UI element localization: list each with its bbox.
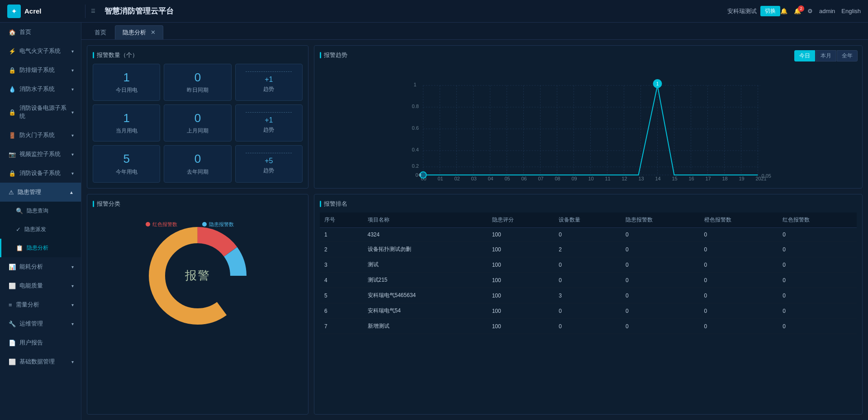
svg-text:0.8: 0.8 bbox=[412, 104, 419, 109]
cell-devices-2: 0 bbox=[554, 257, 621, 273]
cell-score-5: 100 bbox=[488, 303, 555, 319]
sidebar-item-12[interactable]: 📊能耗分析▾ bbox=[0, 257, 81, 276]
menu-icon[interactable]: ☰ bbox=[91, 8, 95, 14]
sidebar-item-13[interactable]: ⬜电能质量▾ bbox=[0, 276, 81, 295]
cell-orange-2: 0 bbox=[700, 257, 778, 273]
stat-number-1: 0 bbox=[194, 71, 201, 85]
cell-id-1: 2 bbox=[320, 242, 363, 257]
svg-text:0.05: 0.05 bbox=[762, 173, 771, 179]
sidebar-item-8[interactable]: ⚠隐患管理▲ bbox=[0, 183, 81, 202]
sidebar-item-11[interactable]: 📋隐患分析 bbox=[0, 239, 81, 257]
cell-red-1: 0 bbox=[778, 242, 857, 257]
donut-container: 报警 红色报警数 隐患报警数 bbox=[93, 212, 303, 330]
tab-analysis[interactable]: 隐患分析 ✕ bbox=[115, 25, 163, 39]
cell-hidden-4: 0 bbox=[621, 288, 700, 303]
cell-devices-6: 0 bbox=[554, 319, 621, 334]
svg-text:0.2: 0.2 bbox=[412, 163, 419, 169]
cell-id-2: 3 bbox=[320, 257, 363, 273]
notification-bell[interactable]: 🔔 2 bbox=[794, 8, 801, 14]
cell-score-2: 100 bbox=[488, 257, 555, 273]
sidebar-label-9: 隐患查询 bbox=[27, 207, 48, 215]
table-row-2[interactable]: 3 测试 100 0 0 0 0 bbox=[320, 257, 857, 273]
cell-devices-5: 0 bbox=[554, 303, 621, 319]
stat-label-7: 去年同期 bbox=[187, 168, 209, 176]
chart-btn-month[interactable]: 本月 bbox=[816, 50, 836, 61]
sidebar-item-16[interactable]: 📄用户报告 bbox=[0, 333, 81, 352]
svg-text:09: 09 bbox=[572, 176, 577, 181]
sidebar-item-10[interactable]: ✓隐患派发 bbox=[0, 220, 81, 239]
svg-text:20: 20 bbox=[756, 176, 761, 181]
cell-devices-3: 0 bbox=[554, 273, 621, 288]
svg-text:0.6: 0.6 bbox=[412, 125, 419, 131]
alarm-classification-panel: 报警分类 报警 bbox=[87, 194, 308, 415]
settings-icon[interactable]: ⚙ bbox=[807, 8, 813, 14]
svg-text:0: 0 bbox=[416, 172, 418, 178]
sidebar-item-14[interactable]: ≡需量分析▾ bbox=[0, 295, 81, 314]
svg-text:10: 10 bbox=[588, 176, 594, 181]
sidebar-item-5[interactable]: 🚪防火门子系统▾ bbox=[0, 126, 81, 145]
sidebar-item-9[interactable]: 🔍隐患查询 bbox=[0, 202, 81, 220]
table-row-0[interactable]: 1 4324 100 0 0 0 0 bbox=[320, 228, 857, 242]
sidebar-item-3[interactable]: 💧消防水子系统▾ bbox=[0, 80, 81, 99]
sidebar-label-15: 运维管理 bbox=[19, 320, 43, 328]
cell-red-2: 0 bbox=[778, 257, 857, 273]
sidebar-arrow-15: ▾ bbox=[71, 321, 74, 326]
sidebar-item-1[interactable]: ⚡电气火灾子系统▾ bbox=[0, 42, 81, 61]
trend-chart: .grid-line { stroke: #1e3555; stroke-wid… bbox=[320, 73, 857, 181]
sidebar-icon-9: 🔍 bbox=[16, 208, 23, 214]
sidebar-label-2: 防排烟子系统 bbox=[19, 66, 55, 74]
stat-card-4: 0 上月同期 bbox=[164, 104, 231, 142]
sidebar-item-2[interactable]: 🔒防排烟子系统▾ bbox=[0, 61, 81, 80]
close-tab-icon[interactable]: ✕ bbox=[151, 29, 156, 36]
table-row-1[interactable]: 2 设备拓扑测试勿删 100 2 0 0 0 bbox=[320, 242, 857, 257]
lang-label[interactable]: English bbox=[841, 8, 861, 14]
alarm-trend-panel: 报警趋势 今日 本月 全年 .grid-line { stroke: #1e35… bbox=[314, 45, 863, 189]
svg-text:03: 03 bbox=[471, 176, 477, 181]
speaker-icon[interactable]: 🔔 bbox=[780, 8, 787, 14]
svg-text:18: 18 bbox=[722, 176, 728, 181]
sidebar-icon-15: 🔧 bbox=[9, 321, 16, 327]
admin-label: admin bbox=[819, 8, 835, 14]
tab-home[interactable]: 首页 bbox=[87, 25, 114, 39]
chart-btn-today[interactable]: 今日 bbox=[794, 50, 815, 61]
ranking-table: 序号 项目名称 隐患评分 设备数量 隐患报警数 橙色报警数 红色报警数 1 43… bbox=[320, 212, 857, 334]
sidebar-arrow-5: ▾ bbox=[71, 133, 74, 138]
sidebar-item-4[interactable]: 🔒消防设备电源子系统▾ bbox=[0, 99, 81, 126]
sidebar-item-0[interactable]: 🏠首页 bbox=[0, 23, 81, 42]
stat-card-6: 5 今年用电 bbox=[93, 145, 160, 182]
cell-orange-5: 0 bbox=[700, 303, 778, 319]
sidebar-arrow-8: ▲ bbox=[69, 190, 74, 195]
trend-value-2: +1 bbox=[265, 76, 273, 84]
sidebar-label-10: 隐患派发 bbox=[24, 226, 46, 233]
sidebar-item-7[interactable]: 🔒消防设备子系统▾ bbox=[0, 164, 81, 183]
stat-label-6: 今年用电 bbox=[116, 168, 138, 176]
cell-name-1: 设备拓扑测试勿删 bbox=[363, 242, 488, 257]
sidebar-item-17[interactable]: ⬜基础数据管理▾ bbox=[0, 352, 81, 371]
trend-label-2: 趋势 bbox=[263, 85, 274, 93]
cell-name-4: 安科瑞电气5465634 bbox=[363, 288, 488, 303]
cell-score-0: 100 bbox=[488, 228, 555, 242]
sidebar-item-6[interactable]: 📷视频监控子系统▾ bbox=[0, 145, 81, 164]
header: ✦ Acrel ☰ 智慧消防管理云平台 安科瑞测试 切换 🔔 🔔 2 ⚙ adm… bbox=[0, 0, 868, 23]
svg-text:19: 19 bbox=[739, 176, 745, 181]
table-row-3[interactable]: 4 测试215 100 0 0 0 0 bbox=[320, 273, 857, 288]
switch-button[interactable]: 切换 bbox=[760, 6, 780, 16]
svg-text:12: 12 bbox=[622, 176, 627, 181]
cell-devices-1: 2 bbox=[554, 242, 621, 257]
chart-btn-year[interactable]: 全年 bbox=[837, 50, 858, 61]
cell-id-5: 6 bbox=[320, 303, 363, 319]
sidebar-item-15[interactable]: 🔧运维管理▾ bbox=[0, 314, 81, 333]
sidebar-icon-4: 🔒 bbox=[9, 109, 16, 116]
cell-id-0: 1 bbox=[320, 228, 363, 242]
sidebar-icon-6: 📷 bbox=[9, 151, 16, 158]
stat-label-0: 今日用电 bbox=[116, 86, 138, 94]
cell-name-0: 4324 bbox=[363, 228, 488, 242]
table-row-5[interactable]: 6 安科瑞电气54 100 0 0 0 0 bbox=[320, 303, 857, 319]
cell-hidden-3: 0 bbox=[621, 273, 700, 288]
sidebar-label-7: 消防设备子系统 bbox=[19, 169, 61, 177]
stat-card-3: 1 当月用电 bbox=[93, 104, 160, 142]
table-row-4[interactable]: 5 安科瑞电气5465634 100 3 0 0 0 bbox=[320, 288, 857, 303]
stat-card-1: 0 昨日同期 bbox=[164, 64, 231, 101]
table-row-6[interactable]: 7 新增测试 100 0 0 0 0 bbox=[320, 319, 857, 334]
svg-text:0.4: 0.4 bbox=[412, 147, 419, 152]
